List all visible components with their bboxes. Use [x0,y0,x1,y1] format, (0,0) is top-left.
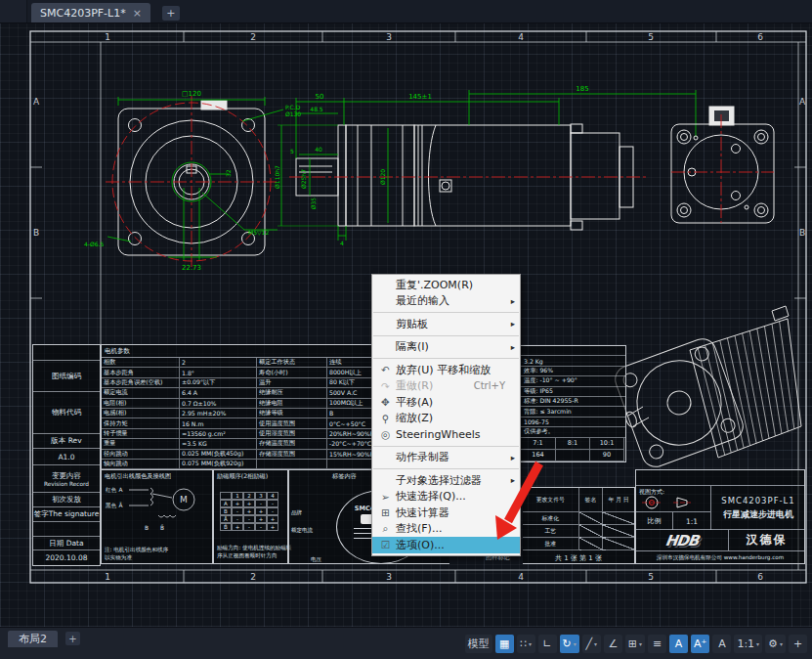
grid-toggle[interactable]: ▦ [495,635,514,653]
excitation-note-2: 序从正视图看顺时针方向 [217,552,278,560]
dropdown-caret-icon[interactable]: ▾ [594,640,597,647]
left-block-label: A1.0 [58,453,74,461]
new-tab-button[interactable]: + [162,6,180,21]
menu-item-pan[interactable]: ✥平移(A) [372,394,520,411]
dropdown-caret-icon[interactable]: ▾ [529,640,532,647]
dim-label: □120 [182,90,201,98]
dropdown-caret-icon[interactable]: ▾ [639,640,642,647]
zone-letter-left: B [33,228,39,238]
param-table-cell: ≈13560 g.cm² [180,429,257,439]
left-block-label: 图纸编码 [52,372,81,381]
left-block-row: 签字The signature [33,507,100,522]
file-tab-active[interactable]: SMC4203PF-L1* × [31,3,150,22]
object-snap-tracking-toggle[interactable]: ∠ [604,635,622,653]
empty-cell [579,538,604,550]
left-block-row: A1.0 [33,449,100,465]
dim-label: 185 [576,85,588,93]
dropdown-caret-icon[interactable]: ▾ [780,640,783,647]
menu-item-redo[interactable]: ↷重做(R)Ctrl+Y [372,378,520,395]
date-header: 年 月 日 [603,488,634,512]
menu-item-steeringwheels[interactable]: ◎SteeringWheels [372,426,520,443]
excitation-header-cell: 3 [255,492,267,500]
param-table-cell: 电感(相) [102,409,180,418]
empty-cell [603,512,634,525]
empty-cell [579,525,604,538]
menu-separator [373,335,519,336]
iso-fin-line [705,345,732,453]
menu-item-zoom[interactable]: ⚲缩放(Z) [372,411,520,427]
title-block-product-name: 行星减速步进电机 [723,508,793,521]
object-snap-tracking-toggle-icon: ∠ [608,637,618,650]
menu-item-label: 重复'.ZOOM(R) [396,278,473,292]
gear-table-row: 效率: 96% [521,367,625,376]
gear-table-row: 仅供参考。 [521,427,625,437]
dim-label: 5 [290,148,294,154]
menu-item-isolate[interactable]: 隔离(I)▸ [372,339,520,356]
param-table-cell: 2 [180,358,257,368]
menu-item-undo-pan-zoom[interactable]: ↶放弃(U) 平移和缩放 [372,362,520,378]
title-block-model: SMC4203PF-L1 [721,496,795,505]
excitation-cell: B̄ [220,523,232,531]
excitation-cell: + [243,507,255,515]
empty-cell [579,512,604,525]
menu-item-label: 重做(R) [396,378,433,393]
dim-label: Ø130 [285,110,301,117]
submenu-arrow-icon: ▸ [511,319,515,329]
excitation-cell: - [267,507,278,515]
submenu-arrow-icon: ▸ [511,342,515,352]
left-block-row [33,522,100,537]
rear-view [671,107,774,223]
wiring-box-title: 电机引出线颜色及接线图 [105,472,171,481]
annotation-scale-button-icon: A [718,637,726,650]
zoom-icon: ⚲ [375,413,396,424]
zone-number-bottom: 4 [518,572,524,582]
scale-label: 比例 [648,516,662,526]
left-block-label: 2020.10.08 [46,553,88,562]
polar-tracking-toggle[interactable]: ↻▾ [560,635,579,653]
menu-item-clipboard[interactable]: 剪贴板▸ [372,316,520,332]
dynamic-input-toggle[interactable]: ⊞▾ [625,635,645,653]
annotation-autoscale-toggle[interactable]: A⁺ [691,635,709,653]
tab-close-icon[interactable]: × [133,7,142,20]
param-table-cell: 基本步距角 [102,368,180,377]
excitation-header-cell: 1 [232,492,243,500]
param-table-cell: 2.95 mH±20% [180,409,257,418]
dim-label: 32 [225,169,232,177]
zone-number-top: 5 [648,32,654,42]
excitation-cell: + [232,523,243,531]
menu-item-label: 平移(A) [396,395,433,410]
excitation-cell: - [267,500,278,507]
dim-label: Ø120 [379,169,386,185]
ortho-toggle[interactable]: ∟ [538,635,557,653]
excitation-cell: B [220,507,232,515]
excitation-cell: - [243,515,255,523]
isodraft-toggle[interactable]: ╱▾ [582,635,601,653]
annotation-visibility-toggle[interactable]: A [669,635,688,653]
lineweight-toggle[interactable]: ≡ [648,635,666,653]
excitation-header-cell: 2 [243,492,255,500]
workspace-switching-button[interactable]: ⚙▾ [765,635,786,653]
dropdown-caret-icon[interactable]: ▾ [756,640,759,647]
annotation-scale-button[interactable]: A [712,635,731,653]
excitation-cell: Ā [220,515,232,523]
excitation-cell: - [243,523,255,531]
zone-number-top: 3 [386,32,392,42]
dropdown-caret-icon[interactable]: ▾ [574,640,577,647]
menu-item-repeat-zoom[interactable]: 重复'.ZOOM(R) [372,277,520,293]
snap-toggle[interactable]: ∷▾ [517,635,535,653]
param-table-cell: 寿命(小时) [257,368,327,377]
annotation-scale-value[interactable]: 1:1▾ [734,635,762,653]
param-table-cell: 1.8° [180,368,257,377]
model-space-button[interactable]: 模型 [465,635,492,653]
layout-tab[interactable]: 布局2 [8,631,58,647]
dim-label: 40 [315,146,322,153]
param-table-cell: 转子惯量 [102,429,180,439]
menu-item-recent-input[interactable]: 最近的输入▸ [372,293,520,310]
customization-button[interactable]: + [789,635,807,653]
workspace-switching-button-icon: ⚙ [768,637,778,650]
zone-number-top: 1 [105,32,110,42]
calculator-icon: ⊞ [375,506,396,518]
param-table-cell: 绝缘电阻 [257,399,327,409]
left-block-row: 版本 Rev [33,434,100,449]
add-layout-button[interactable]: + [65,632,80,645]
